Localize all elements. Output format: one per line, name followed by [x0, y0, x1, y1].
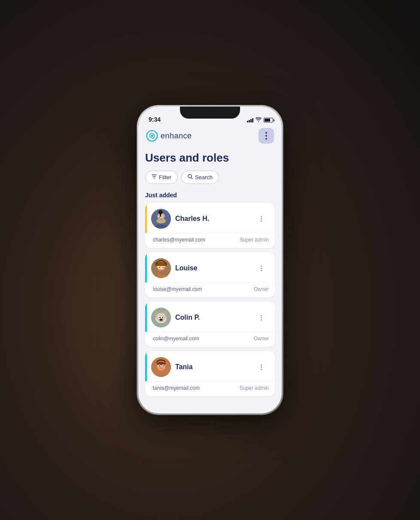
card-top: Colin P. [145, 302, 275, 332]
avatar [151, 308, 171, 327]
phone-mockup: 9:34 [137, 105, 283, 415]
status-icons [247, 117, 273, 123]
page-title: Users and roles [145, 151, 275, 165]
svg-point-29 [162, 317, 163, 318]
battery-icon [264, 118, 273, 122]
avatar [151, 258, 171, 278]
phone-screen: 9:34 [138, 107, 282, 413]
accent-bar [145, 203, 147, 233]
signal-icon [247, 118, 253, 122]
user-card[interactable]: Tania tania@myemail [145, 351, 275, 396]
user-email: colin@myemail.com [153, 336, 199, 342]
filter-button[interactable]: Filter [145, 171, 178, 184]
svg-point-42 [160, 367, 162, 368]
svg-point-31 [160, 319, 162, 321]
more-icon [261, 364, 262, 370]
card-top: Louise [145, 252, 275, 282]
svg-point-8 [158, 210, 163, 214]
user-email: louise@myemail.com [153, 286, 202, 292]
user-card[interactable]: Louise louise@myema [145, 252, 275, 297]
svg-point-2 [188, 174, 192, 178]
card-bottom: louise@myemail.com Owner [145, 282, 275, 297]
card-bottom: charles@myemail.com Super admin [145, 233, 275, 248]
section-label: Just added [145, 192, 275, 199]
phone-outer: 9:34 [137, 105, 283, 415]
card-top: Charles H. [145, 203, 275, 233]
menu-button[interactable] [259, 128, 274, 144]
svg-point-6 [156, 218, 166, 223]
user-name: Louise [175, 264, 255, 272]
more-options-button[interactable] [255, 262, 267, 274]
card-bottom: colin@myemail.com Owner [145, 332, 275, 347]
svg-point-11 [158, 217, 159, 217]
phone-inner: 9:34 [138, 107, 282, 413]
svg-point-12 [163, 217, 164, 217]
svg-point-28 [159, 317, 161, 318]
accent-bar [145, 351, 147, 381]
card-top: Tania [145, 351, 275, 381]
search-label: Search [195, 174, 213, 180]
logo-icon [146, 130, 158, 142]
avatar [151, 209, 171, 229]
user-role: Super admin [240, 385, 269, 391]
user-role: Super admin [240, 237, 269, 243]
user-name: Charles H. [175, 215, 255, 223]
more-icon [261, 216, 262, 222]
accent-bar [145, 302, 147, 332]
more-options-button[interactable] [255, 213, 267, 225]
avatar [151, 357, 171, 377]
svg-point-18 [159, 267, 160, 268]
svg-point-32 [159, 321, 160, 321]
accent-bar [145, 252, 147, 282]
more-options-button[interactable] [255, 361, 267, 373]
menu-icon [265, 132, 267, 140]
svg-point-1 [151, 135, 153, 137]
user-email: tania@myemail.com [153, 385, 200, 391]
user-name: Tania [175, 363, 255, 371]
more-options-button[interactable] [255, 312, 267, 324]
wifi-icon [256, 117, 262, 123]
svg-point-44 [163, 366, 165, 367]
user-list: Charles H. charles@ [145, 203, 275, 396]
user-role: Owner [254, 336, 269, 342]
user-card[interactable]: Colin P. colin@myem [145, 302, 275, 347]
filter-icon [152, 174, 157, 180]
more-icon [261, 315, 262, 321]
user-card[interactable]: Charles H. charles@ [145, 203, 275, 248]
user-role: Owner [254, 286, 269, 292]
user-name: Colin P. [175, 314, 255, 321]
app-name: enhance [161, 132, 192, 141]
app-header: enhance [138, 125, 282, 148]
content-area: Users and roles Filter [138, 148, 282, 413]
search-button[interactable]: Search [181, 171, 219, 184]
card-bottom: tania@myemail.com Super admin [145, 381, 275, 396]
status-time: 9:34 [147, 116, 161, 123]
phone-notch [180, 107, 240, 119]
search-icon [188, 174, 193, 180]
svg-point-43 [157, 366, 159, 367]
user-email: charles@myemail.com [153, 237, 205, 243]
more-icon [261, 266, 262, 271]
svg-point-19 [162, 267, 163, 268]
svg-point-33 [162, 321, 164, 321]
app-logo: enhance [146, 130, 192, 142]
filter-label: Filter [159, 174, 171, 180]
filter-bar: Filter Search [145, 171, 275, 184]
